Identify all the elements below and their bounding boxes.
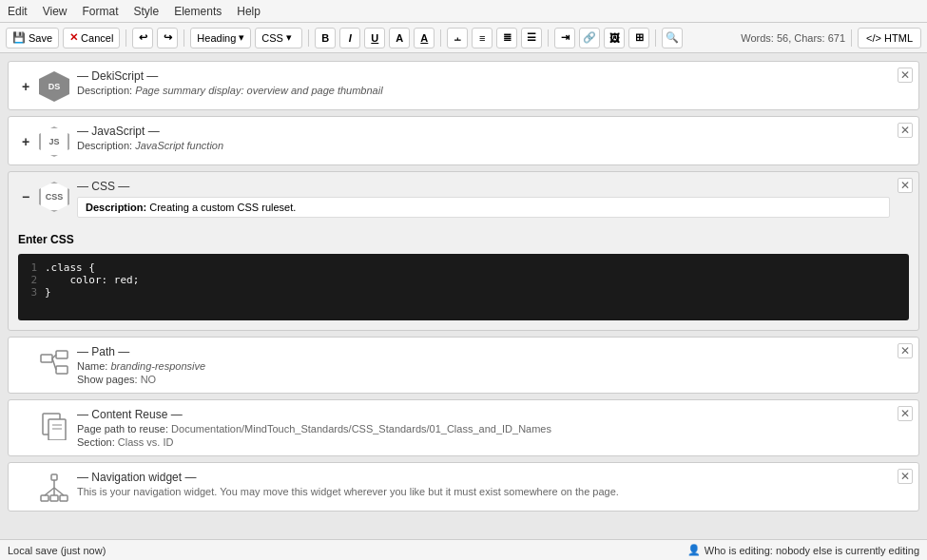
svg-rect-1 bbox=[56, 351, 68, 358]
separator-1 bbox=[126, 29, 126, 47]
editing-status: Who is editing: nobody else is currently… bbox=[705, 545, 919, 556]
separator-4 bbox=[440, 29, 441, 47]
list-ul-button[interactable]: ≡ bbox=[472, 28, 492, 48]
save-icon: 💾 bbox=[12, 31, 26, 44]
desc-value-ds: Page summary display: overview and page … bbox=[135, 85, 382, 96]
menu-bar: Edit View Format Style Elements Help bbox=[0, 0, 927, 23]
widget-reuse-close[interactable]: ✕ bbox=[898, 406, 913, 421]
widget-dekiscript-close[interactable]: ✕ bbox=[898, 68, 913, 83]
table-button[interactable]: ⊞ bbox=[628, 28, 649, 48]
menu-help[interactable]: Help bbox=[237, 5, 261, 18]
widget-dekiscript: + DS — DekiScript — Description: Page su… bbox=[8, 61, 919, 110]
widget-js-title: — JavaScript — bbox=[77, 125, 890, 138]
separator-7 bbox=[851, 29, 852, 47]
underline-button[interactable]: U bbox=[364, 28, 385, 48]
status-bar: Local save (just now) 👤 Who is editing: … bbox=[0, 539, 927, 560]
heading-label: Heading bbox=[197, 32, 236, 44]
font-color-button[interactable]: A bbox=[389, 28, 410, 48]
code-text-2: color: red; bbox=[45, 274, 139, 286]
path-show-value: NO bbox=[141, 374, 157, 385]
reuse-path-label: Page path to reuse: bbox=[77, 423, 171, 434]
reuse-section-label: Section: bbox=[77, 436, 118, 448]
separator-6 bbox=[655, 29, 656, 47]
menu-elements[interactable]: Elements bbox=[174, 5, 222, 18]
widget-dekiscript-info: — DekiScript — Description: Page summary… bbox=[77, 69, 890, 96]
widget-css-close[interactable]: ✕ bbox=[898, 178, 913, 193]
svg-line-14 bbox=[45, 488, 54, 495]
widget-css-title: — CSS — bbox=[77, 180, 890, 193]
menu-style[interactable]: Style bbox=[134, 5, 160, 18]
widget-css-toggle[interactable]: − bbox=[18, 189, 33, 204]
bg-color-icon: A bbox=[420, 32, 428, 44]
path-icon bbox=[39, 347, 69, 377]
widget-content-reuse: + — Content Reuse — Page path to reuse: … bbox=[8, 399, 919, 456]
save-button[interactable]: 💾 Save bbox=[6, 28, 59, 48]
menu-view[interactable]: View bbox=[43, 5, 68, 18]
svg-rect-12 bbox=[60, 495, 68, 501]
align-button[interactable]: ⫠ bbox=[447, 28, 468, 48]
css-label: CSS bbox=[261, 32, 283, 44]
widget-path-toggle-row: + bbox=[18, 347, 69, 377]
toolbar: 💾 Save ✕ Cancel ↩ ↪ Heading ▾ CSS ▾ B I … bbox=[0, 23, 927, 53]
status-right: 👤 Who is editing: nobody else is current… bbox=[687, 544, 919, 556]
font-color-icon: A bbox=[396, 32, 403, 44]
widget-js-toggle-row: + JS bbox=[18, 126, 69, 157]
widget-nav-close[interactable]: ✕ bbox=[898, 469, 913, 484]
widget-path: + — Path — Name: branding-responsive bbox=[8, 337, 919, 394]
cancel-label: Cancel bbox=[81, 32, 113, 44]
redo-button[interactable]: ↪ bbox=[157, 28, 178, 48]
widget-dekiscript-toggle[interactable]: + bbox=[18, 79, 33, 94]
css-icon: CSS bbox=[39, 182, 69, 212]
widget-path-show: Show pages: NO bbox=[77, 374, 890, 385]
menu-format[interactable]: Format bbox=[82, 5, 118, 18]
widget-reuse-info: — Content Reuse — Page path to reuse: Do… bbox=[77, 408, 890, 448]
cancel-button[interactable]: ✕ Cancel bbox=[63, 28, 120, 48]
desc-label-ds: Description: bbox=[77, 85, 132, 96]
menu-edit[interactable]: Edit bbox=[8, 5, 28, 18]
svg-rect-0 bbox=[41, 355, 52, 362]
svg-rect-10 bbox=[41, 495, 48, 501]
widget-js-toggle[interactable]: + bbox=[18, 134, 33, 149]
html-button[interactable]: </> HTML bbox=[858, 28, 921, 48]
desc-value-js: JavaScript function bbox=[135, 140, 223, 151]
enter-css-label: Enter CSS bbox=[9, 225, 918, 250]
desc-value-css: Creating a custom CSS ruleset. bbox=[149, 202, 296, 213]
widget-reuse-title: — Content Reuse — bbox=[77, 408, 890, 421]
justify-button[interactable]: ☰ bbox=[521, 28, 542, 48]
widget-path-title: — Path — bbox=[77, 345, 890, 358]
bg-color-button[interactable]: A bbox=[414, 28, 435, 48]
undo-button[interactable]: ↩ bbox=[132, 28, 153, 48]
code-line-2: 2 color: red; bbox=[26, 274, 901, 286]
widget-path-close[interactable]: ✕ bbox=[898, 343, 913, 358]
reuse-path-value: Documentation/MindTouch_Standards/CSS_St… bbox=[171, 423, 551, 434]
image-button[interactable]: 🖼 bbox=[604, 28, 625, 48]
widget-navigation: + — Navigation widget — Th bbox=[8, 462, 919, 512]
dekiscript-icon: DS bbox=[39, 71, 69, 102]
widget-js-info: — JavaScript — Description: JavaScript f… bbox=[77, 125, 890, 151]
code-line-1: 1 .class { bbox=[26, 261, 901, 274]
heading-dropdown[interactable]: Heading ▾ bbox=[190, 28, 251, 48]
widget-dekiscript-toggle-row: + DS bbox=[18, 71, 69, 102]
list-ol-button[interactable]: ≣ bbox=[496, 28, 517, 48]
widget-css-info: — CSS — Description: Creating a custom C… bbox=[77, 180, 890, 218]
line-num-2: 2 bbox=[26, 274, 37, 286]
widget-nav-desc: This is your navigation widget. You may … bbox=[77, 486, 890, 497]
code-line-3: 3 } bbox=[26, 286, 901, 299]
bold-button[interactable]: B bbox=[315, 28, 336, 48]
widget-nav-title: — Navigation widget — bbox=[77, 471, 890, 484]
cancel-x-icon: ✕ bbox=[69, 31, 78, 44]
italic-button[interactable]: I bbox=[339, 28, 360, 48]
widget-js-close[interactable]: ✕ bbox=[898, 123, 913, 138]
svg-rect-9 bbox=[51, 474, 57, 480]
link-button[interactable]: 🔗 bbox=[579, 28, 600, 48]
search-button[interactable]: 🔍 bbox=[662, 28, 683, 48]
content-area: + DS — DekiScript — Description: Page su… bbox=[0, 53, 927, 539]
desc-label-css: Description: bbox=[86, 202, 146, 213]
css-dropdown[interactable]: CSS ▾ bbox=[255, 28, 302, 48]
indent-button[interactable]: ⇥ bbox=[554, 28, 575, 48]
line-num-1: 1 bbox=[26, 261, 37, 274]
separator-5 bbox=[548, 29, 549, 47]
line-num-3: 3 bbox=[26, 286, 37, 299]
css-code-editor[interactable]: 1 .class { 2 color: red; 3 } bbox=[18, 254, 909, 320]
desc-label-js: Description: bbox=[77, 140, 132, 151]
